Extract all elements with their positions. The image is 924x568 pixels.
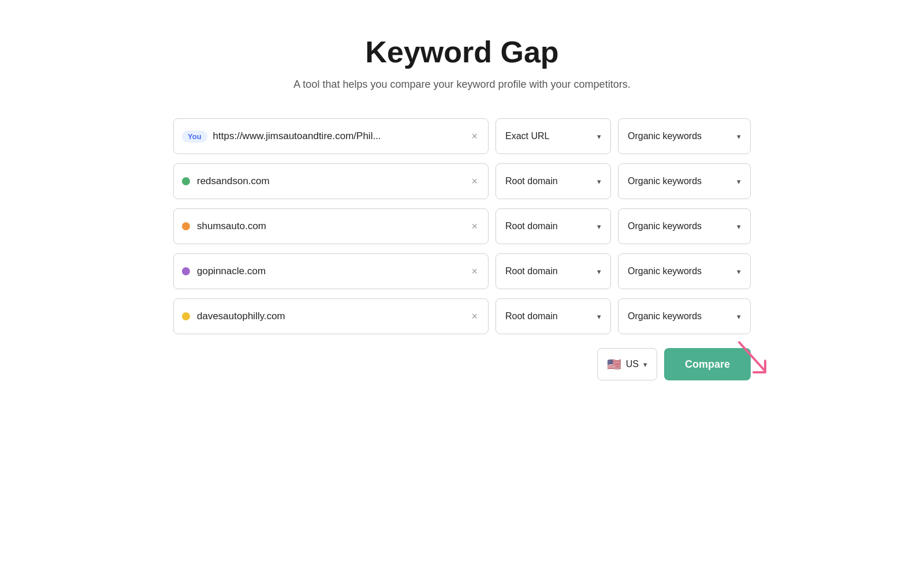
page-container: Keyword Gap A tool that helps you compar…	[173, 35, 751, 380]
chevron-down-icon: ▾	[737, 312, 741, 321]
clear-button[interactable]: ×	[469, 219, 480, 234]
compare-wrapper: Compare	[664, 348, 751, 380]
url-type-dropdown[interactable]: Exact URL▾	[495, 118, 611, 154]
arrow-indicator	[733, 337, 780, 383]
keyword-type-label: Organic keywords	[628, 176, 702, 186]
flag-icon: 🇺🇸	[607, 357, 621, 371]
chevron-down-icon: ▾	[597, 267, 601, 276]
page-title: Keyword Gap	[173, 35, 751, 69]
competitor-dot	[182, 312, 190, 320]
rows-container: Youhttps://www.jimsautoandtire.com/Phil.…	[173, 118, 751, 334]
clear-button[interactable]: ×	[469, 174, 480, 189]
input-row: gopinnacle.com×Root domain▾Organic keywo…	[173, 253, 751, 289]
url-type-dropdown[interactable]: Root domain▾	[495, 163, 611, 199]
competitor-dot	[182, 267, 190, 275]
domain-text: https://www.jimsautoandtire.com/Phil...	[213, 130, 470, 142]
chevron-down-icon: ▾	[737, 177, 741, 186]
input-row: Youhttps://www.jimsautoandtire.com/Phil.…	[173, 118, 751, 154]
competitor-dot	[182, 222, 190, 230]
page-subtitle: A tool that helps you compare your keywo…	[173, 79, 751, 91]
domain-input-wrapper: gopinnacle.com×	[173, 253, 489, 289]
you-badge: You	[182, 130, 207, 143]
domain-input-wrapper: redsandson.com×	[173, 163, 489, 199]
domain-input-wrapper: shumsauto.com×	[173, 208, 489, 244]
input-row: redsandson.com×Root domain▾Organic keywo…	[173, 163, 751, 199]
chevron-down-icon: ▾	[737, 132, 741, 141]
url-type-label: Exact URL	[505, 131, 549, 141]
input-row: davesautophilly.com×Root domain▾Organic …	[173, 298, 751, 334]
keyword-type-dropdown[interactable]: Organic keywords▾	[618, 163, 751, 199]
keyword-type-label: Organic keywords	[628, 221, 702, 231]
domain-input-wrapper: davesautophilly.com×	[173, 298, 489, 334]
keyword-type-label: Organic keywords	[628, 266, 702, 276]
country-selector[interactable]: 🇺🇸 US ▾	[597, 348, 657, 380]
keyword-type-dropdown[interactable]: Organic keywords▾	[618, 118, 751, 154]
chevron-down-icon: ▾	[643, 360, 647, 369]
clear-button[interactable]: ×	[469, 309, 480, 324]
keyword-type-dropdown[interactable]: Organic keywords▾	[618, 298, 751, 334]
clear-button[interactable]: ×	[469, 264, 480, 279]
competitor-dot	[182, 177, 190, 185]
clear-button[interactable]: ×	[469, 129, 480, 144]
chevron-down-icon: ▾	[597, 132, 601, 141]
chevron-down-icon: ▾	[737, 222, 741, 231]
keyword-type-dropdown[interactable]: Organic keywords▾	[618, 208, 751, 244]
svg-line-0	[739, 342, 765, 371]
domain-text: shumsauto.com	[197, 221, 469, 232]
keyword-type-label: Organic keywords	[628, 311, 702, 322]
country-code: US	[626, 359, 639, 369]
chevron-down-icon: ▾	[597, 312, 601, 321]
domain-text: redsandson.com	[197, 175, 469, 187]
url-type-dropdown[interactable]: Root domain▾	[495, 253, 611, 289]
url-type-dropdown[interactable]: Root domain▾	[495, 298, 611, 334]
url-type-label: Root domain	[505, 311, 558, 322]
url-type-dropdown[interactable]: Root domain▾	[495, 208, 611, 244]
domain-text: davesautophilly.com	[197, 311, 469, 322]
url-type-label: Root domain	[505, 221, 558, 231]
chevron-down-icon: ▾	[597, 177, 601, 186]
domain-input-wrapper: Youhttps://www.jimsautoandtire.com/Phil.…	[173, 118, 489, 154]
chevron-down-icon: ▾	[737, 267, 741, 276]
domain-text: gopinnacle.com	[197, 266, 469, 277]
keyword-type-label: Organic keywords	[628, 131, 702, 141]
keyword-type-dropdown[interactable]: Organic keywords▾	[618, 253, 751, 289]
bottom-row: 🇺🇸 US ▾ Compare	[173, 348, 751, 380]
chevron-down-icon: ▾	[597, 222, 601, 231]
url-type-label: Root domain	[505, 176, 558, 186]
input-row: shumsauto.com×Root domain▾Organic keywor…	[173, 208, 751, 244]
url-type-label: Root domain	[505, 266, 558, 276]
